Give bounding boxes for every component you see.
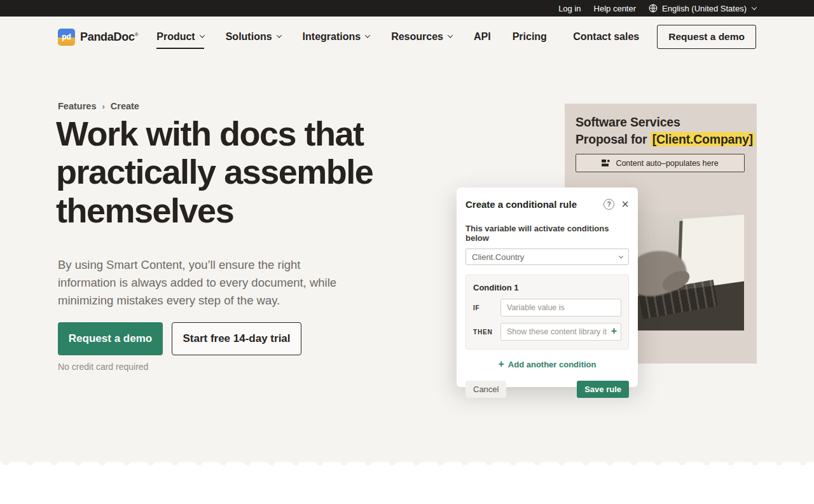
breadcrumb: Features › Create [58,101,139,111]
modal-header: Create a conditional rule ? × [466,198,629,210]
if-label: IF [473,304,500,311]
utility-bar: Log in Help center English (United State… [0,0,814,17]
then-row: THEN + [473,323,621,341]
chevron-down-icon [752,4,757,10]
if-row: IF [473,299,621,317]
breadcrumb-create: Create [111,101,139,111]
if-value-input[interactable] [500,299,621,317]
request-demo-button[interactable]: Request a demo [58,322,163,355]
add-content-plus-icon[interactable]: + [611,326,617,336]
auto-populate-callout: Content auto–populates here [576,154,745,172]
section-scalloped-edge [0,462,814,468]
help-icon[interactable]: ? [604,199,614,210]
breadcrumb-separator-icon: › [102,102,104,111]
breadcrumb-features[interactable]: Features [58,101,96,111]
nav-item-product[interactable]: Product [156,25,204,49]
nav-item-solutions[interactable]: Solutions [226,25,281,49]
nav-item-integrations[interactable]: Integrations [303,25,370,49]
condition-heading: Condition 1 [473,283,621,292]
language-label: English (United States) [662,4,747,13]
laptop-typing-photo [637,212,744,330]
hero-description: By using Smart Content, you’ll ensure th… [58,256,355,309]
nav-right: Contact sales Request a demo [573,25,756,49]
close-icon[interactable]: × [621,198,629,210]
variable-select[interactable]: Client.Country [466,249,629,265]
add-another-condition-link[interactable]: + Add another condition [466,359,629,370]
modal-footer: Cancel Save rule [466,381,629,398]
modal-title: Create a conditional rule [466,199,577,210]
request-demo-nav-button[interactable]: Request a demo [657,25,756,49]
then-label: THEN [473,329,500,336]
language-selector[interactable]: English (United States) [649,4,756,13]
pandadoc-logo[interactable]: pd PandaDoc® [58,29,138,46]
contact-sales-link[interactable]: Contact sales [573,31,639,43]
cta-row: Request a demo Start free 14-day trial [58,322,301,355]
plus-icon: + [499,358,504,370]
chevron-down-icon [448,32,453,37]
nav-item-pricing[interactable]: Pricing [513,25,547,49]
main-nav: pd PandaDoc® Product Solutions Integrati… [0,17,814,57]
condition-panel: Condition 1 IF THEN + [466,275,629,350]
chevron-down-icon [199,32,204,37]
help-center-link[interactable]: Help center [594,4,636,13]
pandadoc-logo-mark: pd [58,29,75,46]
globe-icon [649,4,658,13]
brand-name: PandaDoc® [80,31,138,44]
conditional-rule-modal: Create a conditional rule ? × This varia… [457,187,638,387]
pandadoc-feature-page: Log in Help center English (United State… [0,0,814,504]
chevron-down-icon [619,254,623,258]
then-content-input[interactable] [500,323,621,341]
nav-item-resources[interactable]: Resources [391,25,452,49]
logo-monogram: pd [62,33,71,41]
smart-content-icon [602,159,610,167]
document-title: Software Services Proposal for [Client.C… [576,114,755,149]
cta-note: No credit card required [58,362,148,372]
save-rule-button[interactable]: Save rule [577,381,629,398]
nav-item-api[interactable]: API [474,25,491,49]
nav-items: Product Solutions Integrations Resources… [156,25,547,49]
registered-mark: ® [135,32,139,37]
modal-subtitle: This variable will activate conditions b… [466,224,629,243]
chevron-down-icon [276,32,281,37]
start-trial-button[interactable]: Start free 14-day trial [172,322,301,355]
login-link[interactable]: Log in [558,4,581,13]
page-title: Work with docs that practically assemble… [56,114,438,229]
cancel-button[interactable]: Cancel [466,381,506,398]
client-company-variable: [Client.Company] [651,132,755,146]
chevron-down-icon [365,32,370,37]
